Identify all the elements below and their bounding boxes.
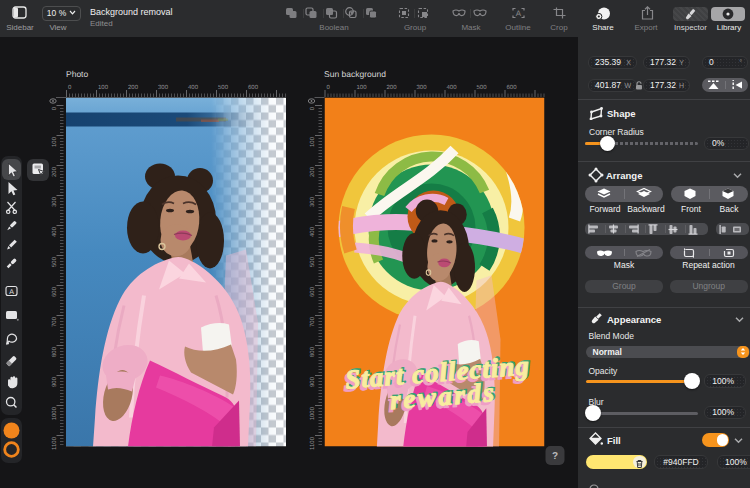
svg-text:700: 700 <box>309 316 316 327</box>
svg-text:1000: 1000 <box>51 406 58 420</box>
svg-text:400: 400 <box>51 226 58 237</box>
svg-text:600: 600 <box>309 286 316 297</box>
svg-text:300: 300 <box>417 84 428 91</box>
svg-text:Photo: Photo <box>66 69 88 79</box>
svg-text:600: 600 <box>248 84 259 91</box>
svg-text:0: 0 <box>327 84 331 91</box>
svg-text:0: 0 <box>51 106 58 110</box>
svg-text:A: A <box>9 289 14 296</box>
svg-text:100: 100 <box>309 136 316 147</box>
svg-text:1000: 1000 <box>309 406 316 420</box>
svg-text:600: 600 <box>51 286 58 297</box>
svg-text:100: 100 <box>357 84 368 91</box>
svg-text:400: 400 <box>447 84 458 91</box>
svg-text:700: 700 <box>51 316 58 327</box>
svg-text:500: 500 <box>51 256 58 267</box>
svg-text:900: 900 <box>309 376 316 387</box>
svg-text:200: 200 <box>309 166 316 177</box>
svg-text:1100: 1100 <box>309 436 316 450</box>
svg-text:300: 300 <box>158 84 169 91</box>
svg-text:?: ? <box>552 451 558 462</box>
svg-text:200: 200 <box>387 84 398 91</box>
svg-text:500: 500 <box>309 256 316 267</box>
svg-text:100: 100 <box>98 84 109 91</box>
svg-text:400: 400 <box>309 226 316 237</box>
svg-text:900: 900 <box>51 376 58 387</box>
svg-text:500: 500 <box>218 84 229 91</box>
svg-text:300: 300 <box>309 196 316 207</box>
svg-text:200: 200 <box>51 166 58 177</box>
svg-text:A: A <box>516 9 522 18</box>
svg-text:Sun background: Sun background <box>324 69 386 79</box>
svg-text:0: 0 <box>309 106 316 110</box>
svg-text:200: 200 <box>128 84 139 91</box>
svg-text:0: 0 <box>68 84 72 91</box>
svg-text:500: 500 <box>477 84 488 91</box>
svg-text:1100: 1100 <box>51 436 58 450</box>
svg-text:600: 600 <box>507 84 518 91</box>
svg-text:800: 800 <box>51 346 58 357</box>
svg-text:100: 100 <box>51 136 58 147</box>
svg-text:300: 300 <box>51 196 58 207</box>
svg-text:400: 400 <box>188 84 199 91</box>
svg-text:800: 800 <box>309 346 316 357</box>
